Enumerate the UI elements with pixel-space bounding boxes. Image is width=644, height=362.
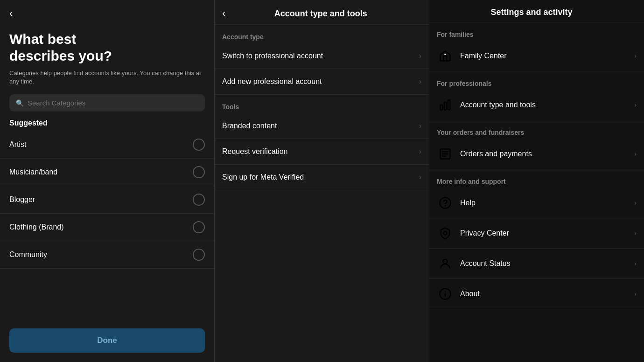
chevron-right-icon: ›: [419, 122, 421, 130]
menu-item-family-center[interactable]: Family Center ›: [429, 41, 644, 71]
radio-button[interactable]: [193, 221, 205, 233]
category-name: Musician/band: [9, 168, 57, 176]
category-name: Blogger: [9, 195, 35, 204]
chevron-right-icon: ›: [419, 173, 421, 181]
menu-item-help[interactable]: Help ›: [429, 188, 644, 218]
panel3-topbar: Settings and activity: [429, 0, 644, 22]
chevron-right-icon: ›: [634, 101, 637, 109]
done-button-area: Done: [0, 321, 214, 362]
privacy-icon: [437, 225, 454, 242]
menu-item-privacy-center[interactable]: Privacy Center ›: [429, 218, 644, 249]
chevron-right-icon: ›: [634, 199, 637, 207]
svg-rect-1: [441, 105, 443, 110]
account-type-header: Account type: [215, 25, 429, 43]
category-name: Clothing (Brand): [9, 223, 64, 231]
chevron-right-icon: ›: [419, 77, 421, 86]
page-title: What bestdescribes you?: [0, 31, 214, 64]
tools-header: Tools: [215, 95, 429, 113]
account-status-icon: [437, 255, 454, 272]
menu-item-label: Account type and tools: [460, 101, 628, 109]
list-item[interactable]: Community: [0, 241, 214, 269]
menu-item-label: About: [460, 290, 628, 298]
chevron-right-icon: ›: [634, 229, 637, 237]
menu-item-account-status[interactable]: Account Status ›: [429, 249, 644, 279]
panel2-topbar: ‹ Account type and tools: [215, 0, 429, 25]
menu-item-about[interactable]: About ›: [429, 279, 644, 309]
list-item[interactable]: Clothing (Brand): [0, 214, 214, 241]
section-for-families: For families: [429, 22, 644, 41]
list-item[interactable]: Blogger: [0, 186, 214, 214]
about-icon: [437, 285, 454, 302]
menu-item-account-tools[interactable]: Account type and tools ›: [429, 90, 644, 120]
home-icon: [437, 48, 454, 64]
search-icon: 🔍: [16, 99, 24, 107]
panel1-header: ‹: [0, 0, 214, 23]
done-button[interactable]: Done: [9, 328, 205, 353]
menu-item-label: Request verification: [222, 147, 288, 156]
menu-item-request-verification[interactable]: Request verification ›: [215, 139, 429, 165]
bar-chart-icon: [437, 97, 454, 113]
chevron-right-icon: ›: [419, 147, 421, 156]
menu-item-label: Orders and payments: [460, 150, 628, 158]
chevron-right-icon: ›: [634, 150, 637, 158]
radio-button[interactable]: [193, 194, 205, 206]
category-name: Artist: [9, 140, 26, 149]
chevron-right-icon: ›: [634, 52, 637, 60]
search-bar[interactable]: 🔍: [9, 94, 205, 111]
menu-item-label: Help: [460, 199, 628, 207]
page-subtitle: Categories help people find accounts lik…: [0, 69, 214, 86]
chevron-right-icon: ›: [419, 52, 421, 60]
chevron-right-icon: ›: [634, 290, 637, 298]
category-name: Community: [9, 251, 47, 259]
suggested-label: Suggested: [0, 116, 214, 131]
radio-button[interactable]: [193, 139, 205, 151]
svg-rect-2: [444, 102, 447, 110]
menu-item-branded-content[interactable]: Branded content ›: [215, 113, 429, 139]
menu-item-label: Family Center: [460, 52, 628, 60]
chevron-right-icon: ›: [634, 259, 637, 268]
menu-item-meta-verified[interactable]: Sign up for Meta Verified ›: [215, 165, 429, 190]
menu-item-label: Branded content: [222, 122, 277, 130]
svg-rect-3: [448, 100, 450, 110]
back-button[interactable]: ‹: [9, 8, 13, 19]
panel-categories: ‹ What bestdescribes you? Categories hel…: [0, 0, 215, 362]
svg-point-11: [443, 259, 447, 264]
panel-account-tools: ‹ Account type and tools Account type Sw…: [215, 0, 429, 362]
help-icon: [437, 195, 454, 211]
menu-item-label: Account Status: [460, 259, 628, 268]
menu-item-label: Privacy Center: [460, 229, 628, 237]
menu-item-label: Switch to professional account: [222, 52, 323, 60]
panel-settings: Settings and activity For families Famil…: [429, 0, 644, 362]
panel2-title: Account type and tools: [230, 9, 411, 19]
radio-button[interactable]: [193, 249, 205, 261]
svg-point-10: [444, 232, 447, 235]
panel2-back-button[interactable]: ‹: [222, 7, 225, 20]
panel3-title: Settings and activity: [437, 7, 626, 17]
menu-item-label: Add new professional account: [222, 77, 322, 86]
menu-item-label: Sign up for Meta Verified: [222, 173, 304, 181]
orders-icon: [437, 146, 454, 162]
list-item[interactable]: Artist: [0, 131, 214, 159]
search-input[interactable]: [28, 99, 198, 107]
section-more-info: More info and support: [429, 169, 644, 188]
svg-point-0: [444, 54, 446, 56]
menu-item-switch-professional[interactable]: Switch to professional account ›: [215, 43, 429, 69]
menu-item-orders-payments[interactable]: Orders and payments ›: [429, 139, 644, 169]
section-for-professionals: For professionals: [429, 71, 644, 90]
list-item[interactable]: Musician/band: [0, 159, 214, 186]
radio-button[interactable]: [193, 166, 205, 178]
section-orders: Your orders and fundraisers: [429, 120, 644, 139]
menu-item-add-professional[interactable]: Add new professional account ›: [215, 69, 429, 95]
